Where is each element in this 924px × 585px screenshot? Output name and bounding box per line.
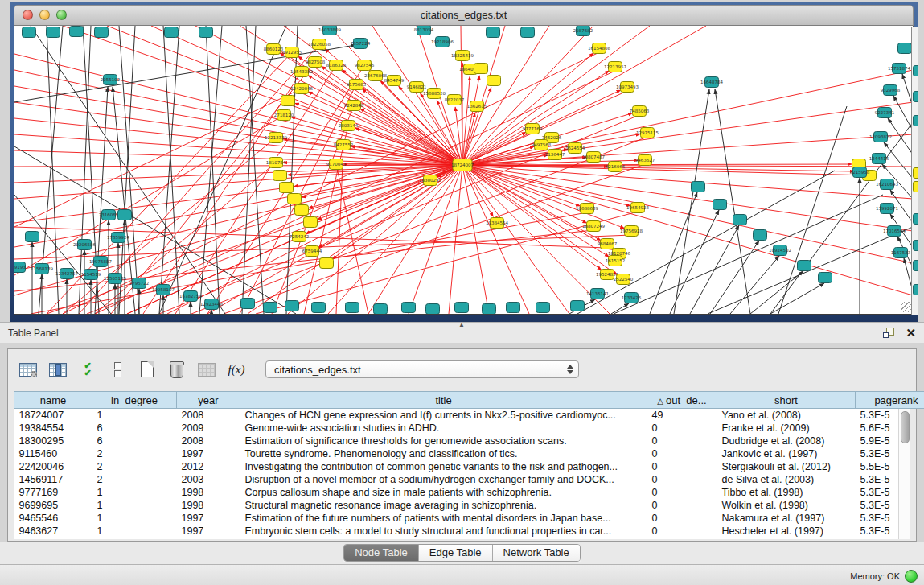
table-row[interactable]: 1830029562008Estimation of significance … <box>14 435 924 447</box>
graph-node[interactable]: 10924502 <box>769 245 791 256</box>
graph-node[interactable]: 9227341 <box>875 108 895 118</box>
graph-node[interactable]: 19654923 <box>626 203 649 213</box>
graph-node[interactable]: 13992071 <box>876 204 898 214</box>
graph-node[interactable]: 18226058 <box>308 39 331 50</box>
column-header-year[interactable]: year <box>177 392 240 409</box>
table-row[interactable]: 977716911998Corpus callosum shape and si… <box>14 486 924 499</box>
graph-node[interactable]: 2718120 <box>274 110 294 121</box>
graph-node[interactable]: 7254242 <box>290 232 310 242</box>
graph-node[interactable]: 15688520 <box>423 89 446 99</box>
graph-node[interactable]: 6216066 <box>606 162 626 172</box>
import-table-icon[interactable] <box>196 359 217 380</box>
graph-node[interactable] <box>304 217 318 228</box>
graph-node[interactable]: 20206586 <box>73 240 96 250</box>
graph-node[interactable]: 17359924 <box>107 233 129 243</box>
graph-node[interactable]: 16782759 <box>179 291 202 302</box>
graph-node[interactable] <box>70 27 84 37</box>
graph-node[interactable]: 9684067 <box>598 239 618 249</box>
graph-node[interactable]: 12213339 <box>265 133 287 143</box>
memory-status-icon[interactable] <box>905 570 918 583</box>
graph-node[interactable] <box>47 27 60 38</box>
graph-node[interactable]: 14136141 <box>586 289 609 299</box>
table-row[interactable]: 1872400712008Changes of HCN gene express… <box>14 409 924 422</box>
table-row[interactable]: 946554611997Estimation of the future num… <box>14 512 924 525</box>
graph-node[interactable]: 16648784 <box>700 77 723 88</box>
column-header-out_de[interactable]: △out_de... <box>647 392 717 409</box>
table-settings-icon[interactable] <box>18 359 39 380</box>
graph-node[interactable] <box>571 301 585 311</box>
graph-node[interactable]: 1733426 <box>622 293 642 303</box>
table-row[interactable]: 969969511998Structural magnetic resonanc… <box>14 499 924 512</box>
graph-node[interactable]: 12213957 <box>604 62 626 72</box>
table-row[interactable]: 946362711997Embryonic stem cells: a mode… <box>14 525 924 538</box>
graph-node[interactable]: 16210643 <box>876 179 898 190</box>
graph-node[interactable]: 8912955 <box>282 47 302 58</box>
graph-node[interactable] <box>426 304 440 315</box>
graph-node[interactable]: 10688639 <box>576 204 598 214</box>
graph-node[interactable]: 2087682 <box>573 26 593 36</box>
graph-node[interactable] <box>241 299 255 309</box>
graph-node[interactable] <box>374 304 388 315</box>
table-row[interactable]: 911546021997Tourette syndrome. Phenomeno… <box>14 447 924 460</box>
graph-node[interactable]: 2316065 <box>99 210 119 220</box>
graph-node[interactable] <box>733 215 747 225</box>
function-builder-icon[interactable]: f(x) <box>226 359 247 380</box>
citation-network-graph[interactable]: 8860123891295518226058982750810543382818… <box>14 26 913 314</box>
tab-edge-table[interactable]: Edge Table <box>419 545 493 561</box>
resize-grip[interactable] <box>901 302 911 312</box>
graph-node[interactable]: 9827508 <box>306 57 326 68</box>
zoom-window-button[interactable] <box>56 10 67 20</box>
graph-node[interactable]: 12093822 <box>869 132 892 142</box>
graph-node[interactable] <box>754 230 767 241</box>
graph-node[interactable] <box>798 261 811 271</box>
select-all-icon[interactable]: ✔✔ <box>77 359 98 380</box>
graph-node[interactable]: 7485063 <box>630 106 650 117</box>
graph-node[interactable]: 8813054 <box>414 26 434 35</box>
minimize-window-button[interactable] <box>39 10 50 20</box>
graph-node[interactable] <box>320 258 334 269</box>
table-scrollbar-thumb[interactable] <box>901 411 910 443</box>
graph-node[interactable] <box>26 232 39 242</box>
graph-node[interactable]: 9463627 <box>635 155 655 166</box>
graph-node[interactable]: 8860123 <box>264 44 284 55</box>
deselect-all-icon[interactable] <box>107 359 128 380</box>
graph-node[interactable] <box>819 273 832 283</box>
column-header-pagerank[interactable]: pagerank <box>856 392 924 409</box>
delete-table-icon[interactable] <box>166 359 187 380</box>
graph-node[interactable] <box>273 171 287 181</box>
graph-node[interactable] <box>346 303 359 313</box>
graph-node[interactable] <box>483 304 496 315</box>
network-canvas[interactable]: 8860123891295518226058982750810543382818… <box>14 26 914 315</box>
graph-node[interactable] <box>295 205 309 216</box>
graph-node[interactable]: 18724007 <box>451 159 474 171</box>
graph-node[interactable]: 2803144 <box>339 121 359 131</box>
graph-node[interactable]: 10543382 <box>290 67 313 77</box>
close-panel-icon[interactable]: ✕ <box>906 328 916 339</box>
table-row[interactable]: 1456911722003Disruption of a novel membe… <box>14 473 924 486</box>
graph-node[interactable]: 39193 <box>14 262 26 273</box>
graph-node[interactable] <box>713 200 727 210</box>
graph-node[interactable]: 1615152 <box>606 256 626 266</box>
graph-node[interactable]: 19218906 <box>431 37 454 47</box>
tab-network-table[interactable]: Network Table <box>493 545 580 561</box>
graph-node[interactable] <box>402 303 416 313</box>
graph-node[interactable]: 2055102 <box>101 75 121 85</box>
graph-node[interactable] <box>312 303 326 313</box>
show-columns-icon[interactable] <box>47 359 68 380</box>
graph-node[interactable]: 11568139 <box>31 264 53 274</box>
graph-node[interactable] <box>455 303 469 313</box>
graph-node[interactable]: 15751874 <box>888 64 910 74</box>
graph-node[interactable] <box>487 27 500 38</box>
graph-node[interactable]: 9329968 <box>881 85 901 96</box>
graph-node[interactable] <box>288 194 302 204</box>
graph-node[interactable] <box>507 303 520 313</box>
graph-node[interactable]: 19756928 <box>620 226 643 237</box>
graph-node[interactable]: 9777169 <box>523 124 543 134</box>
graph-node[interactable]: 8186328 <box>326 60 347 71</box>
graph-node[interactable] <box>285 301 299 311</box>
graph-node[interactable] <box>692 182 705 192</box>
graph-node[interactable]: 7857224 <box>351 39 371 49</box>
graph-node[interactable] <box>487 76 501 86</box>
graph-node[interactable] <box>165 27 179 38</box>
graph-node[interactable]: 1167533 <box>891 248 911 258</box>
